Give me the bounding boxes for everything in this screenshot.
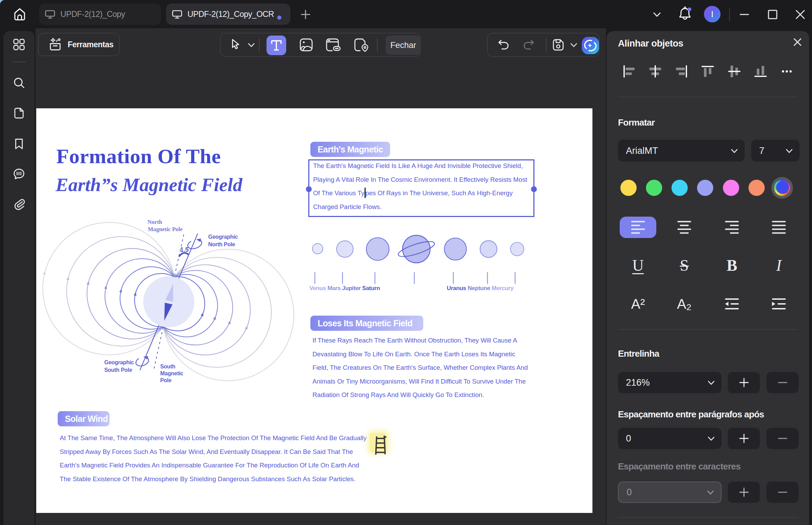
tools-menu-button[interactable]: Ferramentas [38, 33, 120, 56]
chevron-down-icon [707, 434, 715, 443]
undo-button[interactable] [497, 33, 511, 56]
tab-updf-copy-ocr[interactable]: UPDF-2(12)_Copy_OCR [166, 3, 290, 25]
notification-dot [688, 8, 692, 11]
new-tab-button[interactable] [300, 9, 311, 20]
align-line [680, 225, 689, 226]
sidebar-pages-button[interactable] [12, 107, 26, 120]
text-align-right-button[interactable] [714, 217, 750, 238]
panel-close-button[interactable] [793, 37, 802, 47]
align-more-button[interactable] [780, 65, 793, 78]
font-family-select[interactable]: ArialMT [618, 140, 745, 161]
chevron-down-icon [707, 378, 715, 387]
avatar[interactable]: I [704, 6, 721, 22]
para-spacing-select[interactable]: 0 [618, 428, 722, 449]
char-spacing-select-disabled[interactable]: 0 [618, 482, 722, 503]
align-left-button[interactable] [622, 65, 636, 78]
maximize-button[interactable] [766, 8, 779, 21]
titlebar-separator [729, 8, 730, 21]
bookmark-icon [12, 137, 26, 150]
updf-ai-button[interactable] [582, 37, 599, 54]
align-right-icon [675, 65, 688, 78]
close-window-button[interactable] [794, 8, 806, 21]
sidebar-search-button[interactable] [12, 76, 26, 89]
notifications-button[interactable] [678, 6, 692, 22]
align-line [677, 229, 691, 230]
minimize-button[interactable] [738, 8, 751, 21]
selected-textbox[interactable]: The Earth's Magnetic Field Is Like A Hug… [308, 159, 534, 217]
text-align-left-button[interactable] [620, 217, 656, 238]
line-spacing-select[interactable]: 216% [618, 372, 722, 393]
align-bottom-button[interactable] [754, 65, 767, 78]
image-tool-button[interactable] [298, 33, 314, 56]
font-size-select[interactable]: 7 [751, 140, 800, 161]
tools-menu-label: Ferramentas [68, 40, 114, 49]
color-swatch-cyan[interactable] [671, 180, 688, 196]
text-align-justify-button[interactable] [761, 217, 797, 238]
select-tool-dropdown[interactable] [246, 33, 257, 56]
align-right-button[interactable] [675, 65, 688, 78]
sidebar-attachments-button[interactable] [12, 198, 26, 211]
geo-north-pole-label: Geographic [208, 234, 238, 240]
align-center-vertical-icon [728, 65, 741, 78]
highlight-badge-earths-magnetic[interactable]: Earth's Magnetic [310, 142, 390, 157]
superscript-glyph: A² [631, 296, 645, 312]
highlight-badge-loses-field[interactable]: Loses Its Magnetic Field [310, 316, 423, 331]
indent-button[interactable] [761, 293, 797, 315]
char-spacing-increase-button[interactable] [728, 482, 760, 503]
paragraph-solar-wind[interactable]: At The Same Time, The Atmosphere Will Al… [60, 431, 367, 486]
planet-label: Neptune [468, 285, 490, 291]
line-spacing-increase-button[interactable] [728, 372, 760, 393]
color-wheel-button[interactable] [774, 180, 790, 196]
redo-icon [522, 38, 535, 52]
plus-icon [739, 377, 749, 388]
sidebar-bookmarks-button[interactable] [12, 137, 26, 150]
titlebar-dropdown-button[interactable] [652, 10, 662, 19]
sidebar-apps-button[interactable] [12, 38, 26, 51]
close-icon [793, 37, 802, 47]
superscript-button[interactable]: A² [620, 293, 656, 315]
highlight-badge-solar-wind[interactable]: Solar Wind [58, 411, 109, 426]
textbox-text[interactable]: The Earth's Magnetic Field Is Like A Hug… [313, 159, 527, 214]
unsaved-dot [277, 16, 281, 20]
color-swatch-orange[interactable] [748, 180, 765, 196]
ellipsis-icon [780, 65, 793, 78]
redo-button[interactable] [522, 33, 535, 56]
resize-handle-left[interactable] [306, 186, 312, 192]
align-center-v-button[interactable] [728, 65, 741, 78]
bold-button[interactable]: B [714, 255, 750, 276]
north-magnetic-pole-label: North [147, 219, 162, 225]
para-spacing-increase-button[interactable] [728, 428, 760, 449]
underline-button[interactable]: U [620, 255, 656, 276]
resize-handle-right[interactable] [531, 186, 537, 192]
sidebar-comments-button[interactable] [12, 167, 26, 180]
color-swatch-yellow[interactable] [620, 180, 637, 196]
chevron-down-icon [706, 488, 715, 496]
link-tool-button[interactable] [325, 33, 342, 56]
strikethrough-button[interactable]: S [666, 255, 703, 276]
save-button[interactable] [551, 33, 566, 56]
outdent-button[interactable] [714, 293, 750, 315]
color-swatch-purple[interactable] [697, 180, 713, 196]
close-edit-button[interactable]: Fechar [386, 36, 421, 55]
align-top-button[interactable] [701, 65, 714, 78]
para-spacing-decrease-button[interactable] [766, 428, 799, 449]
location-tool-button[interactable] [353, 33, 369, 56]
select-tool-button[interactable] [228, 33, 243, 56]
align-center-h-button[interactable] [649, 65, 662, 78]
italic-button[interactable]: I [761, 255, 797, 276]
tab-updf-copy[interactable]: UPDF-2(12)_Copy [39, 3, 161, 25]
paragraph-loses-field[interactable]: If These Rays Reach The Earth Without Ob… [312, 334, 528, 402]
home-button[interactable] [12, 6, 28, 22]
color-swatch-pink[interactable] [723, 180, 739, 196]
text-tool-button-active[interactable] [267, 36, 286, 55]
textbox-line-l4: Charged Particle Flows. [313, 203, 381, 210]
char-spacing-decrease-button[interactable] [766, 482, 799, 503]
subscript-button[interactable]: A₂ [666, 293, 703, 315]
line-spacing-decrease-button[interactable] [766, 372, 799, 393]
align-center-horizontal-icon [649, 65, 662, 78]
align-objects-row [622, 65, 793, 78]
script-indent-row: A² A₂ [620, 293, 796, 315]
text-align-center-button[interactable] [666, 217, 703, 238]
save-dropdown[interactable] [569, 33, 578, 56]
color-swatch-green[interactable] [646, 180, 662, 196]
